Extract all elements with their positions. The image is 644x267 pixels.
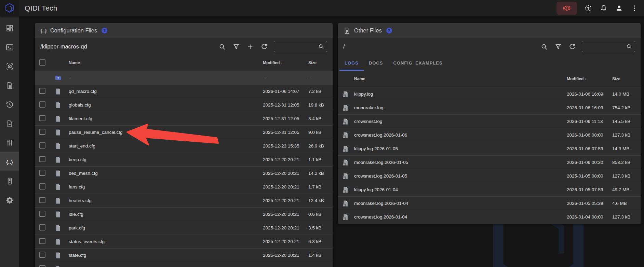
file-name: crowsnest.log.2026-01-06 — [354, 132, 567, 138]
search-button[interactable] — [218, 43, 226, 51]
table-row[interactable]: park.cfg2025-12-20 20:213.5 kB — [35, 221, 333, 235]
table-row[interactable]: pause_resume_cancel.cfg2025-12-31 12:059… — [35, 125, 333, 139]
parent-dir-row[interactable]: ..–– — [35, 71, 333, 84]
update-button[interactable] — [584, 4, 592, 12]
add-button[interactable] — [246, 43, 254, 51]
name-column-header[interactable]: Name — [69, 60, 263, 65]
row-checkbox[interactable] — [39, 129, 45, 135]
table-row[interactable]: klippy.log.2026-01-052026-01-06 07:5914.… — [338, 142, 641, 155]
system-icon — [5, 177, 14, 185]
app-root: QIDI Tech {..} {..} Configuration Files … — [0, 0, 644, 267]
row-checkbox[interactable] — [39, 115, 45, 121]
sidebar-item-settings[interactable] — [0, 191, 19, 210]
help-icon[interactable]: ? — [102, 28, 107, 33]
table-row[interactable]: moonraker.log.2026-01-052026-01-06 00:30… — [338, 155, 641, 169]
table-row[interactable]: klippy.log2026-01-06 16:0914.0 MB — [338, 87, 641, 101]
file-name: .. — [69, 75, 263, 80]
row-checkbox[interactable] — [39, 101, 45, 108]
help-icon[interactable]: ? — [386, 28, 392, 33]
table-row[interactable]: status_events.cfg2025-12-20 20:216.3 kB — [35, 235, 333, 248]
table-row[interactable]: fans.cfg2025-12-20 20:211.7 kB — [35, 180, 333, 194]
search-button[interactable] — [540, 43, 548, 51]
table-row[interactable]: idle.cfg2025-12-20 20:210.6 kB — [35, 207, 333, 221]
table-row[interactable]: bed_mesh.cfg2025-12-20 20:2114.2 kB — [35, 166, 333, 180]
sidebar-item-history[interactable] — [0, 95, 19, 114]
other-search-input[interactable] — [585, 44, 626, 49]
sidebar-item-timelapse[interactable] — [0, 114, 19, 133]
notifications-button[interactable] — [600, 4, 608, 12]
table-row[interactable]: moonraker.log2026-01-06 16:09754.2 kB — [338, 101, 641, 114]
file-icon — [54, 251, 69, 259]
row-checkbox[interactable] — [39, 224, 45, 230]
sidebar-item-fine-tuning[interactable] — [0, 133, 19, 152]
row-checkbox[interactable] — [39, 265, 45, 267]
account-button[interactable] — [615, 4, 623, 12]
config-search-input[interactable] — [277, 44, 318, 49]
row-checkbox[interactable] — [39, 252, 45, 258]
row-checkbox[interactable] — [39, 142, 45, 149]
table-row[interactable]: moonraker.log.2026-01-042026-01-05 05:39… — [338, 196, 641, 210]
refresh-button[interactable] — [568, 43, 576, 51]
table-row[interactable]: crowsnest.log2026-01-06 11:13145.5 kB — [338, 114, 641, 128]
table-row[interactable]: crowsnest.log.2026-01-052025-01-05 08:00… — [338, 169, 641, 183]
table-row[interactable]: beep.cfg2025-12-20 20:211.1 kB — [35, 153, 333, 166]
row-checkbox[interactable] — [39, 197, 45, 203]
sidebar-item-gcode-files[interactable] — [0, 76, 19, 95]
file-modified: 2025-12-20 20:21 — [263, 212, 308, 217]
file-icon — [54, 156, 69, 164]
modified-column-header[interactable]: Modified↓ — [567, 76, 612, 81]
config-panel-header: {..} Configuration Files ? — [35, 23, 333, 38]
table-row[interactable]: klippy.log.2026-01-042026-01-05 07:5949.… — [338, 183, 641, 196]
filter-button[interactable] — [232, 43, 240, 51]
row-checkbox[interactable] — [39, 170, 45, 176]
filter-button[interactable] — [554, 43, 562, 51]
emergency-stop-button[interactable] — [556, 2, 577, 15]
config-table-header: Name Modified↓ Size — [35, 55, 333, 71]
sidebar-item-console[interactable] — [0, 38, 19, 57]
file-name: klippy.log — [354, 92, 567, 97]
braces-icon: {..} — [40, 28, 47, 33]
table-row[interactable]: crowsnest.log.2026-01-062026-01-06 08:00… — [338, 128, 641, 142]
row-checkbox[interactable] — [39, 238, 45, 244]
tab-config_examples[interactable]: CONFIG_EXAMPLES — [388, 55, 447, 71]
sidebar-item-dashboard[interactable] — [0, 18, 19, 38]
sidebar-item-system[interactable] — [0, 171, 19, 191]
file-size: 127.3 kB — [612, 214, 636, 220]
table-row[interactable]: start_end.cfg2025-12-23 15:3526.9 kB — [35, 139, 333, 153]
modified-column-header[interactable]: Modified↓ — [263, 60, 308, 65]
sidebar-item-gcode-preview[interactable] — [0, 57, 19, 76]
file-modified: 2025-12-20 20:21 — [263, 198, 308, 203]
file-size: 6.3 kB — [308, 239, 328, 244]
sidebar-item-machine-config[interactable]: {..} — [0, 152, 19, 171]
size-column-header[interactable]: Size — [308, 60, 328, 65]
file-modified: 2025-12-20 20:21 — [263, 253, 308, 258]
table-row[interactable]: globals.cfg2025-12-31 12:0519.8 kB — [35, 98, 333, 112]
table-row[interactable]: qd_macro.cfg2026-01-06 14:077.2 kB — [35, 84, 333, 98]
table-row-partial[interactable] — [35, 262, 333, 267]
kebab-menu-button[interactable] — [630, 4, 639, 12]
config-files-panel: {..} Configuration Files ? /klipper-macr… — [35, 23, 333, 267]
table-row[interactable]: crowsnest.log.2026-01-042026-01-04 08:00… — [338, 210, 641, 224]
file-name: idle.cfg — [69, 212, 263, 217]
file-icon — [54, 87, 69, 96]
app-logo[interactable] — [0, 0, 19, 16]
file-modified: 2025-12-20 20:21 — [263, 225, 308, 230]
row-checkbox[interactable] — [39, 183, 45, 189]
tab-docs[interactable]: DOCS — [364, 55, 388, 71]
row-checkbox[interactable] — [39, 156, 45, 162]
file-modified: 2026-01-06 11:13 — [567, 119, 612, 124]
table-row[interactable]: heaters.cfg2025-12-20 20:2112.4 kB — [35, 194, 333, 207]
select-all-checkbox[interactable] — [39, 59, 45, 66]
other-current-path: / — [343, 43, 540, 50]
row-checkbox[interactable] — [39, 211, 45, 217]
file-lock-icon — [342, 117, 354, 126]
row-checkbox[interactable] — [39, 88, 45, 94]
table-row[interactable]: filament.cfg2025-12-31 12:053.4 kB — [35, 112, 333, 125]
size-column-header[interactable]: Size — [612, 76, 636, 81]
name-column-header[interactable]: Name — [354, 76, 567, 81]
search-icon — [626, 43, 632, 50]
table-row[interactable]: state.cfg2025-12-20 20:211.4 kB — [35, 248, 333, 262]
app-bar-actions — [556, 2, 644, 15]
refresh-button[interactable] — [260, 43, 268, 51]
tab-logs[interactable]: LOGS — [339, 55, 364, 71]
